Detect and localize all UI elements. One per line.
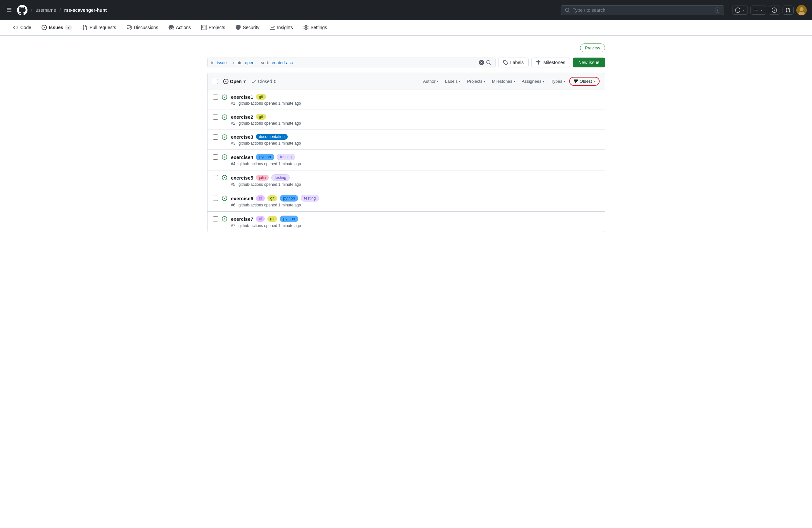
issue-checkbox[interactable] <box>213 175 218 180</box>
issue-label[interactable]: documentation <box>256 134 288 140</box>
issue-label[interactable]: ci <box>256 216 265 222</box>
issue-title-row: exercise5 juliatesting <box>231 174 599 181</box>
nav-tabs: Code Issues 7 Pull requests Discussions … <box>0 20 812 36</box>
tab-settings[interactable]: Settings <box>298 20 333 35</box>
header-separator2: / <box>59 7 61 14</box>
issues-button[interactable] <box>769 5 780 15</box>
filter-input[interactable]: is:issue state:open sort:created-asc <box>207 58 495 68</box>
tab-code[interactable]: Code <box>8 20 36 35</box>
projects-filter[interactable]: Projects ▾ <box>464 77 488 85</box>
copilot-button[interactable] <box>732 5 748 15</box>
issue-label[interactable]: python <box>280 195 298 202</box>
issue-row: exercise7 cigitpython #7 · github-action… <box>207 212 605 232</box>
types-filter[interactable]: Types ▾ <box>548 77 568 85</box>
issue-title[interactable]: exercise3 <box>231 134 253 140</box>
issue-checkbox[interactable] <box>213 115 218 120</box>
issue-label[interactable]: python <box>256 154 274 160</box>
issue-row: exercise4 pythontesting #4 · github-acti… <box>207 150 605 171</box>
issue-label[interactable]: julia <box>256 175 269 180</box>
labels-label: Labels <box>510 60 524 65</box>
issues-header-right: Author ▾ Labels ▾ Projects ▾ Milestones … <box>421 77 599 86</box>
issue-checkbox[interactable] <box>213 155 218 160</box>
issue-checkbox[interactable] <box>213 134 218 140</box>
user-avatar[interactable] <box>796 5 807 15</box>
closed-issues-tab[interactable]: Closed 0 <box>251 79 276 84</box>
open-issues-tab[interactable]: Open 7 <box>223 79 246 84</box>
filter-clear-button[interactable] <box>479 60 484 65</box>
preview-button[interactable]: Preview <box>580 44 605 52</box>
issue-label[interactable]: ci <box>256 195 265 201</box>
issue-meta: #3 · github-actions opened 1 minute ago <box>231 141 599 146</box>
issue-checkbox[interactable] <box>213 196 218 201</box>
issue-title[interactable]: exercise7 <box>231 216 253 222</box>
sort-chevron: ▾ <box>593 79 595 83</box>
issue-title[interactable]: exercise1 <box>231 94 253 100</box>
issue-title[interactable]: exercise2 <box>231 114 253 120</box>
github-logo-icon <box>17 5 28 15</box>
hamburger-button[interactable]: ☰ <box>5 5 13 15</box>
issue-label[interactable]: python <box>280 216 298 222</box>
avatar-image <box>796 5 807 15</box>
labels-filter[interactable]: Labels ▾ <box>443 77 463 85</box>
sort-oldest-button[interactable]: Oldest ▾ <box>569 77 599 86</box>
plus-button[interactable] <box>751 5 766 15</box>
issue-checkbox[interactable] <box>213 216 218 221</box>
labels-button[interactable]: Labels <box>498 58 528 68</box>
issue-title-row: exercise6 cigitpythontesting <box>231 195 599 202</box>
tab-issues[interactable]: Issues 7 <box>36 20 77 35</box>
header-separator: / <box>31 7 32 14</box>
tab-actions[interactable]: Actions <box>163 20 196 35</box>
issue-title-row: exercise7 cigitpython <box>231 216 599 222</box>
tab-pullrequests-label: Pull requests <box>90 25 116 30</box>
issues-list: exercise1 git #1 · github-actions opened… <box>207 90 605 232</box>
issue-label[interactable]: git <box>267 216 277 222</box>
closed-count: 0 <box>274 79 277 84</box>
milestones-chevron: ▾ <box>513 79 515 83</box>
issue-open-icon <box>222 94 227 101</box>
author-chevron: ▾ <box>437 79 438 83</box>
issue-label[interactable]: git <box>267 195 277 201</box>
header: ☰ / username / rse-scavenger-hunt Type /… <box>0 0 812 20</box>
tab-discussions[interactable]: Discussions <box>121 20 164 35</box>
pullrequest-button[interactable] <box>783 5 794 15</box>
issue-content: exercise7 cigitpython #7 · github-action… <box>231 216 599 228</box>
search-box[interactable]: Type / to search / <box>561 5 724 15</box>
issue-open-icon <box>222 134 227 141</box>
issue-title[interactable]: exercise5 <box>231 175 253 180</box>
tab-security-label: Security <box>243 25 260 30</box>
select-all-checkbox[interactable] <box>213 79 218 84</box>
issue-label[interactable]: testing <box>277 154 295 160</box>
settings-tab-icon <box>303 25 309 30</box>
milestones-filter[interactable]: Milestones ▾ <box>489 77 518 85</box>
assignees-filter[interactable]: Assignees ▾ <box>519 77 547 85</box>
projects-chevron: ▾ <box>484 79 485 83</box>
search-icon <box>565 8 570 13</box>
issue-label[interactable]: git <box>256 94 266 100</box>
issue-label[interactable]: git <box>256 114 266 120</box>
issue-content: exercise2 git #2 · github-actions opened… <box>231 114 599 126</box>
new-issue-button[interactable]: New issue <box>573 58 605 68</box>
filter-search-button[interactable] <box>486 60 491 65</box>
issue-title[interactable]: exercise4 <box>231 155 253 160</box>
preview-section: Preview <box>207 44 605 52</box>
issue-checkbox[interactable] <box>213 94 218 100</box>
tab-pullrequests[interactable]: Pull requests <box>77 20 121 35</box>
actions-tab-icon <box>169 25 174 30</box>
tab-actions-label: Actions <box>176 25 191 30</box>
copilot-icon <box>735 8 740 13</box>
issue-label[interactable]: testing <box>271 174 289 181</box>
tab-insights[interactable]: Insights <box>264 20 298 35</box>
tab-insights-label: Insights <box>277 25 293 30</box>
header-repo-link[interactable]: rse-scavenger-hunt <box>64 8 107 13</box>
issue-title[interactable]: exercise6 <box>231 196 253 201</box>
header-user-link[interactable]: username <box>36 8 56 13</box>
insights-tab-icon <box>270 25 275 30</box>
issues-container: Open 7 Closed 0 Author ▾ Labels ▾ <box>207 73 605 232</box>
tab-security[interactable]: Security <box>230 20 265 35</box>
author-filter[interactable]: Author ▾ <box>421 77 441 85</box>
svg-point-1 <box>800 7 803 11</box>
milestones-button[interactable]: Milestones <box>531 58 570 68</box>
tab-projects[interactable]: Projects <box>196 20 230 35</box>
issues-tab-icon <box>42 25 47 30</box>
issue-label[interactable]: testing <box>301 195 319 202</box>
